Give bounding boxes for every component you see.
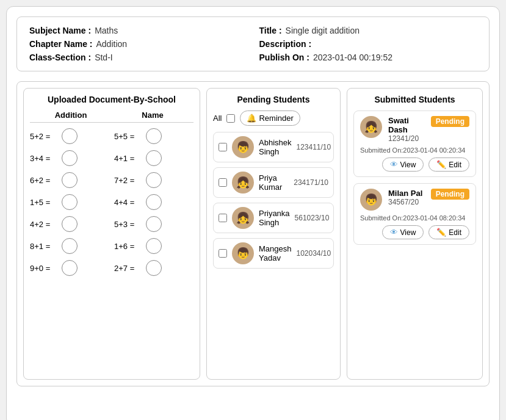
class-row: Class-Section : Std-I <box>29 52 247 62</box>
avatar: 👧 <box>360 116 382 138</box>
submitted-card: 👦 Milan Pal 34567/20 Pending Submitted O… <box>353 183 476 245</box>
edit-label: Edit <box>449 161 461 169</box>
student-id: 102034/10 <box>296 249 331 258</box>
uploaded-doc-panel: Uploaded Document-By-School Addition Nam… <box>23 88 200 380</box>
view-label: View <box>400 228 416 237</box>
card-actions: 👁 View ✏️ Edit <box>360 158 469 172</box>
problem-cell-left-2: 6+2 = <box>30 170 109 190</box>
publish-label: Publish On : <box>259 52 309 62</box>
student-checkbox-1[interactable] <box>219 178 227 187</box>
edit-icon: ✏️ <box>436 228 446 237</box>
submitted-on: Submitted On:2023-01-04 08:20:34 <box>360 214 469 222</box>
problem-text: 7+2 = <box>114 176 143 185</box>
submitted-info: Swati Dash 12341/20 <box>388 116 425 143</box>
title-label: Title : <box>259 26 282 35</box>
card-actions: 👁 View ✏️ Edit <box>360 225 469 239</box>
subject-value: Maths <box>95 26 118 35</box>
pending-controls: All 🔔 Reminder <box>213 110 334 126</box>
edit-icon: ✏️ <box>436 160 446 169</box>
problem-text: 3+4 = <box>30 154 59 163</box>
answer-circle <box>62 128 78 144</box>
uploaded-doc-title: Uploaded Document-By-School <box>30 95 193 104</box>
student-name: Priyanka Singh <box>259 209 290 227</box>
problem-text: 5+2 = <box>30 132 59 141</box>
answer-circle <box>146 128 162 144</box>
problem-cell-left-0: 5+2 = <box>30 126 109 146</box>
problem-text: 5+3 = <box>114 220 143 229</box>
student-checkbox-2[interactable] <box>219 214 227 222</box>
chapter-row: Chapter Name : Addition <box>29 39 247 49</box>
submitted-students-panel: Submitted Students 👧 Swati Dash 12341/20… <box>347 88 483 380</box>
pending-students-title: Pending Students <box>213 95 334 104</box>
students-list: 👦 Abhishek Singh 123411/10 👧 Priya Kumar… <box>213 132 334 269</box>
avatar: 👧 <box>232 207 254 229</box>
student-name: Mangesh Yadav <box>259 244 291 262</box>
avatar: 👦 <box>232 136 254 158</box>
class-value: Std-I <box>95 52 113 62</box>
answer-circle <box>62 194 78 210</box>
avatar: 👧 <box>232 172 254 194</box>
reminder-button[interactable]: 🔔 Reminder <box>240 110 300 126</box>
list-item: 👦 Mangesh Yadav 102034/10 <box>213 238 334 269</box>
subject-label: Subject Name : <box>29 26 91 35</box>
chapter-value: Addition <box>96 39 127 49</box>
problem-text: 9+0 = <box>30 264 59 273</box>
header-addition: Addition <box>30 110 112 120</box>
card-top: 👦 Milan Pal 34567/20 Pending <box>360 189 469 211</box>
submitted-students-title: Submitted Students <box>353 95 476 104</box>
problem-cell-right-2: 7+2 = <box>114 170 193 190</box>
problem-cell-left-3: 1+5 = <box>30 192 109 212</box>
problem-text: 4+4 = <box>114 198 143 207</box>
problem-cell-right-1: 4+1 = <box>114 148 193 168</box>
edit-button[interactable]: ✏️ Edit <box>428 158 469 172</box>
answer-circle <box>62 216 78 232</box>
problem-cell-right-4: 5+3 = <box>114 214 193 234</box>
view-button[interactable]: 👁 View <box>382 225 424 239</box>
problem-text: 4+2 = <box>30 220 59 229</box>
status-badge: Pending <box>431 189 469 200</box>
edit-label: Edit <box>449 228 461 237</box>
answer-circle <box>62 172 78 188</box>
submitted-cards: 👧 Swati Dash 12341/20 Pending Submitted … <box>353 110 476 245</box>
page-container: Subject Name : Maths Title : Single digi… <box>6 6 500 420</box>
problem-text: 6+2 = <box>30 176 59 185</box>
answer-circle <box>146 194 162 210</box>
view-label: View <box>400 161 416 169</box>
problem-cell-right-5: 1+6 = <box>114 236 193 256</box>
problems-grid: 5+2 =5+5 =3+4 =4+1 =6+2 =7+2 =1+5 =4+4 =… <box>30 126 193 278</box>
student-id: 234171/10 <box>294 178 328 187</box>
submitted-on: Submitted On:2023-01-04 00:20:34 <box>360 147 469 154</box>
status-badge: Pending <box>431 116 469 127</box>
class-label: Class-Section : <box>29 52 91 62</box>
all-checkbox[interactable] <box>226 114 235 123</box>
student-checkbox-3[interactable] <box>219 249 227 258</box>
problem-cell-left-1: 3+4 = <box>30 148 109 168</box>
list-item: 👧 Priyanka Singh 561023/10 <box>213 203 334 233</box>
main-grid: Uploaded Document-By-School Addition Nam… <box>16 81 490 386</box>
chapter-label: Chapter Name : <box>29 39 92 49</box>
answer-circle <box>62 260 78 276</box>
problem-cell-right-3: 4+4 = <box>114 192 193 212</box>
avatar: 👦 <box>360 189 382 211</box>
card-top: 👧 Swati Dash 12341/20 Pending <box>360 116 469 143</box>
answer-circle <box>146 172 162 188</box>
edit-button[interactable]: ✏️ Edit <box>428 225 469 239</box>
problem-cell-right-6: 2+7 = <box>114 258 193 278</box>
all-label: All <box>213 114 222 123</box>
student-id: 123411/10 <box>296 143 331 151</box>
eye-icon: 👁 <box>390 160 398 169</box>
reminder-label: Reminder <box>259 114 293 123</box>
answer-circle <box>62 238 78 254</box>
problem-cell-right-0: 5+5 = <box>114 126 193 146</box>
view-button[interactable]: 👁 View <box>382 158 424 172</box>
pending-students-panel: Pending Students All 🔔 Reminder 👦 Abhish… <box>206 88 341 380</box>
submitted-name: Swati Dash <box>388 116 425 134</box>
submitted-id: 12341/20 <box>388 134 425 143</box>
student-name: Priya Kumar <box>259 173 289 192</box>
problem-text: 2+7 = <box>114 264 143 273</box>
publish-row: Publish On : 2023-01-04 00:19:52 <box>259 52 477 62</box>
student-name: Abhishek Singh <box>259 138 291 156</box>
student-checkbox-0[interactable] <box>219 143 227 151</box>
avatar: 👦 <box>232 242 254 264</box>
student-id: 561023/10 <box>295 214 330 222</box>
